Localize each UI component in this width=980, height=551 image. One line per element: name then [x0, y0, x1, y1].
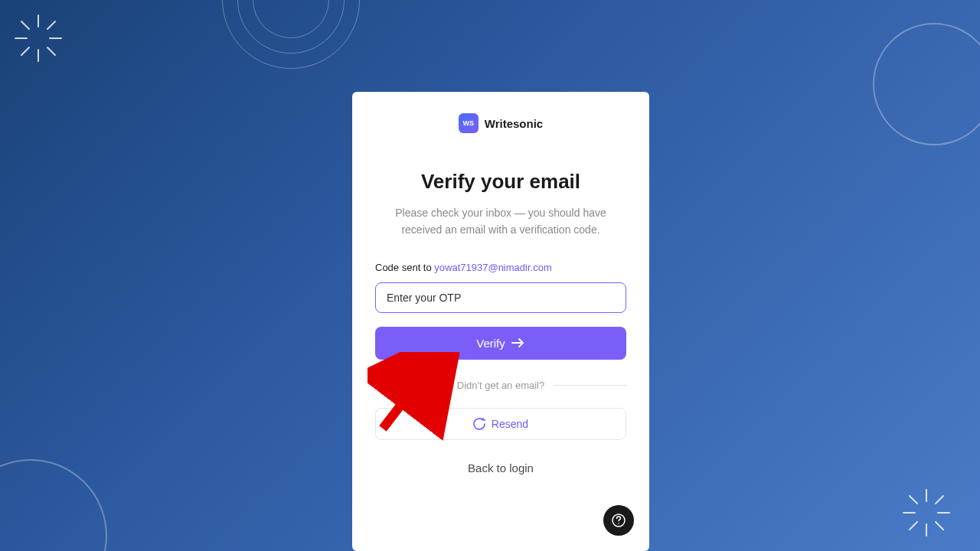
brand-logo: WS Writesonic [375, 113, 626, 133]
code-sent-email: yowat71937@nimadir.com [434, 262, 551, 273]
logo-icon: WS [459, 113, 479, 133]
svg-line-12 [910, 496, 917, 504]
svg-line-4 [21, 21, 29, 29]
back-to-login-link[interactable]: Back to login [375, 461, 626, 474]
resend-button[interactable]: Resend [375, 408, 626, 440]
question-icon [611, 513, 626, 528]
divider-line [375, 385, 448, 386]
verify-button[interactable]: Verify [375, 327, 626, 360]
code-sent-label: Code sent to yowat71937@nimadir.com [375, 262, 626, 273]
otp-input[interactable] [375, 282, 626, 313]
divider-line [554, 385, 626, 386]
verify-button-label: Verify [476, 337, 505, 350]
help-button[interactable] [603, 505, 634, 536]
svg-line-5 [47, 47, 55, 55]
resend-button-label: Resend [492, 418, 528, 430]
bg-circle [0, 459, 107, 551]
svg-line-7 [21, 47, 29, 55]
svg-line-15 [910, 522, 917, 530]
refresh-icon [473, 418, 485, 430]
page-subtitle: Please check your inbox — you should hav… [375, 204, 626, 239]
svg-line-13 [936, 522, 943, 530]
brand-name: Writesonic [485, 117, 543, 130]
verify-email-card: WS Writesonic Verify your email Please c… [352, 92, 649, 551]
page-title: Verify your email [375, 170, 626, 194]
code-sent-prefix: Code sent to [375, 262, 434, 273]
svg-point-17 [618, 523, 619, 524]
svg-line-6 [47, 21, 55, 29]
arrow-right-icon [511, 337, 525, 348]
divider-text: Didn't get an email? [457, 380, 545, 391]
svg-line-14 [936, 496, 943, 504]
sparkle-icon [896, 482, 957, 543]
divider: Didn't get an email? [375, 380, 626, 391]
bg-circle [873, 23, 980, 145]
sparkle-icon [8, 8, 69, 69]
